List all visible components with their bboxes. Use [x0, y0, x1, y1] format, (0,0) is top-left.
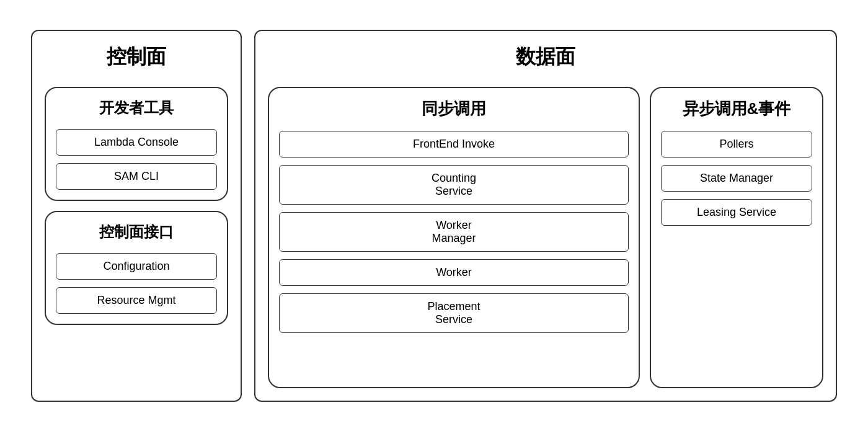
- data-plane-title: 数据面: [268, 43, 823, 71]
- data-plane-columns: 同步调用 FrontEnd Invoke CountingService Wor…: [268, 87, 823, 388]
- dev-tools-title: 开发者工具: [56, 98, 217, 118]
- data-plane: 数据面 同步调用 FrontEnd Invoke CountingService…: [254, 30, 837, 402]
- dev-tools-panel: 开发者工具 Lambda Console SAM CLI: [45, 87, 228, 201]
- control-plane: 控制面 开发者工具 Lambda Console SAM CLI 控制面接口 C…: [31, 30, 242, 402]
- state-manager-box: State Manager: [661, 165, 812, 192]
- control-interface-panel: 控制面接口 Configuration Resource Mgmt: [45, 211, 228, 325]
- configuration-box: Configuration: [56, 253, 217, 280]
- main-container: 控制面 开发者工具 Lambda Console SAM CLI 控制面接口 C…: [12, 11, 856, 420]
- control-interface-title: 控制面接口: [56, 222, 217, 242]
- sam-cli-box: SAM CLI: [56, 163, 217, 190]
- control-plane-title: 控制面: [45, 43, 228, 71]
- worker-manager-box: WorkerManager: [279, 212, 629, 252]
- counting-service-box: CountingService: [279, 165, 629, 205]
- pollers-box: Pollers: [661, 131, 812, 158]
- worker-box: Worker: [279, 259, 629, 286]
- frontend-invoke-box: FrontEnd Invoke: [279, 131, 629, 158]
- sync-call-panel: 同步调用 FrontEnd Invoke CountingService Wor…: [268, 87, 640, 388]
- lambda-console-box: Lambda Console: [56, 129, 217, 156]
- placement-service-box: PlacementService: [279, 293, 629, 333]
- sync-call-title: 同步调用: [279, 98, 629, 120]
- leasing-service-box: Leasing Service: [661, 199, 812, 226]
- resource-mgmt-box: Resource Mgmt: [56, 287, 217, 314]
- async-call-panel: 异步调用&事件 Pollers State Manager Leasing Se…: [650, 87, 823, 388]
- async-call-title: 异步调用&事件: [661, 98, 812, 120]
